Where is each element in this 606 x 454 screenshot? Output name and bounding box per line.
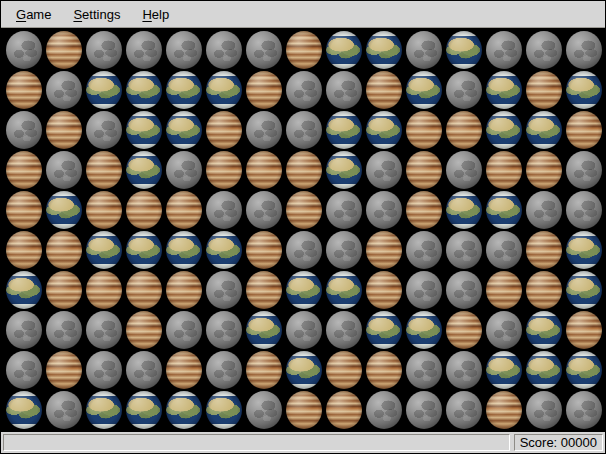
ball-jupiter[interactable]: [44, 110, 84, 150]
ball-jupiter[interactable]: [44, 230, 84, 270]
ball-earth[interactable]: [444, 190, 484, 230]
ball-jupiter[interactable]: [4, 190, 44, 230]
ball-moon[interactable]: [204, 310, 244, 350]
ball-earth[interactable]: [204, 390, 244, 430]
ball-moon[interactable]: [324, 70, 364, 110]
ball-moon[interactable]: [4, 30, 44, 70]
ball-jupiter[interactable]: [284, 30, 324, 70]
ball-moon[interactable]: [124, 30, 164, 70]
ball-moon[interactable]: [404, 230, 444, 270]
ball-earth[interactable]: [84, 390, 124, 430]
ball-moon[interactable]: [4, 310, 44, 350]
ball-jupiter[interactable]: [4, 230, 44, 270]
ball-moon[interactable]: [364, 390, 404, 430]
ball-jupiter[interactable]: [364, 230, 404, 270]
ball-jupiter[interactable]: [404, 110, 444, 150]
ball-moon[interactable]: [244, 30, 284, 70]
ball-moon[interactable]: [84, 30, 124, 70]
ball-earth[interactable]: [204, 70, 244, 110]
ball-earth[interactable]: [4, 390, 44, 430]
ball-moon[interactable]: [204, 30, 244, 70]
ball-earth[interactable]: [484, 110, 524, 150]
ball-jupiter[interactable]: [444, 110, 484, 150]
ball-moon[interactable]: [564, 150, 604, 190]
ball-moon[interactable]: [564, 30, 604, 70]
ball-jupiter[interactable]: [244, 350, 284, 390]
ball-earth[interactable]: [204, 230, 244, 270]
ball-jupiter[interactable]: [484, 270, 524, 310]
ball-jupiter[interactable]: [484, 150, 524, 190]
ball-moon[interactable]: [324, 190, 364, 230]
ball-moon[interactable]: [244, 190, 284, 230]
ball-moon[interactable]: [524, 190, 564, 230]
ball-jupiter[interactable]: [284, 190, 324, 230]
ball-moon[interactable]: [84, 350, 124, 390]
ball-moon[interactable]: [44, 310, 84, 350]
ball-moon[interactable]: [404, 270, 444, 310]
ball-earth[interactable]: [284, 270, 324, 310]
ball-moon[interactable]: [284, 110, 324, 150]
ball-jupiter[interactable]: [524, 270, 564, 310]
ball-earth[interactable]: [324, 150, 364, 190]
ball-moon[interactable]: [164, 150, 204, 190]
ball-moon[interactable]: [284, 70, 324, 110]
ball-earth[interactable]: [524, 110, 564, 150]
ball-moon[interactable]: [444, 270, 484, 310]
ball-jupiter[interactable]: [44, 350, 84, 390]
ball-moon[interactable]: [124, 350, 164, 390]
ball-moon[interactable]: [44, 70, 84, 110]
ball-jupiter[interactable]: [164, 270, 204, 310]
ball-moon[interactable]: [244, 110, 284, 150]
ball-moon[interactable]: [444, 70, 484, 110]
ball-moon[interactable]: [444, 390, 484, 430]
ball-jupiter[interactable]: [44, 270, 84, 310]
ball-moon[interactable]: [524, 390, 564, 430]
ball-jupiter[interactable]: [164, 350, 204, 390]
ball-moon[interactable]: [564, 190, 604, 230]
ball-earth[interactable]: [524, 310, 564, 350]
ball-moon[interactable]: [364, 150, 404, 190]
ball-moon[interactable]: [404, 350, 444, 390]
ball-jupiter[interactable]: [324, 390, 364, 430]
ball-moon[interactable]: [324, 310, 364, 350]
ball-earth[interactable]: [564, 270, 604, 310]
ball-moon[interactable]: [284, 310, 324, 350]
ball-jupiter[interactable]: [484, 390, 524, 430]
ball-moon[interactable]: [444, 150, 484, 190]
ball-jupiter[interactable]: [84, 190, 124, 230]
ball-moon[interactable]: [4, 350, 44, 390]
ball-earth[interactable]: [164, 110, 204, 150]
ball-moon[interactable]: [244, 390, 284, 430]
ball-moon[interactable]: [84, 110, 124, 150]
ball-earth[interactable]: [484, 190, 524, 230]
ball-moon[interactable]: [204, 350, 244, 390]
ball-jupiter[interactable]: [84, 150, 124, 190]
ball-moon[interactable]: [324, 230, 364, 270]
ball-earth[interactable]: [284, 350, 324, 390]
ball-moon[interactable]: [484, 230, 524, 270]
ball-moon[interactable]: [4, 110, 44, 150]
ball-jupiter[interactable]: [164, 190, 204, 230]
ball-moon[interactable]: [164, 310, 204, 350]
ball-jupiter[interactable]: [404, 150, 444, 190]
ball-jupiter[interactable]: [44, 30, 84, 70]
ball-moon[interactable]: [404, 30, 444, 70]
ball-earth[interactable]: [524, 350, 564, 390]
ball-jupiter[interactable]: [444, 310, 484, 350]
ball-earth[interactable]: [324, 30, 364, 70]
ball-moon[interactable]: [84, 310, 124, 350]
ball-earth[interactable]: [164, 230, 204, 270]
ball-earth[interactable]: [564, 70, 604, 110]
ball-earth[interactable]: [124, 70, 164, 110]
ball-jupiter[interactable]: [244, 270, 284, 310]
ball-moon[interactable]: [364, 190, 404, 230]
ball-jupiter[interactable]: [564, 110, 604, 150]
ball-moon[interactable]: [204, 270, 244, 310]
ball-jupiter[interactable]: [244, 230, 284, 270]
ball-earth[interactable]: [4, 270, 44, 310]
ball-jupiter[interactable]: [284, 150, 324, 190]
ball-jupiter[interactable]: [404, 190, 444, 230]
menu-game[interactable]: Game: [5, 3, 62, 26]
ball-earth[interactable]: [84, 230, 124, 270]
ball-jupiter[interactable]: [564, 310, 604, 350]
